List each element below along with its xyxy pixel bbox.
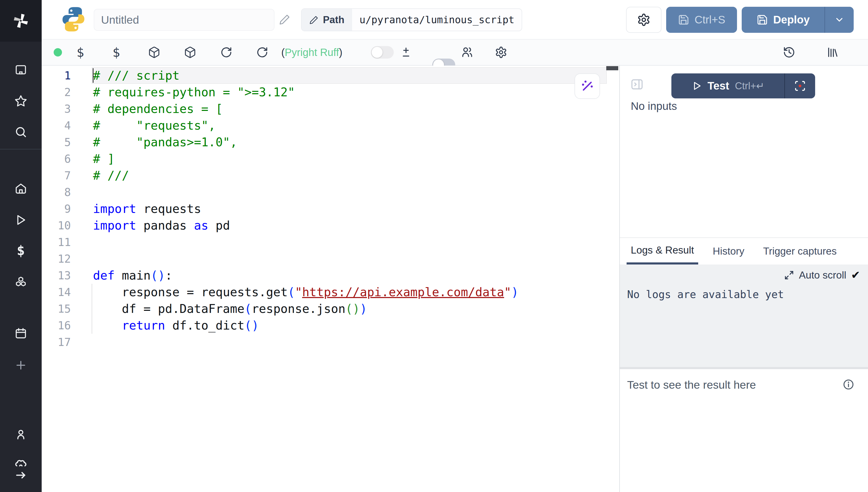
auto-scroll-label: Auto scroll	[799, 269, 846, 281]
script-title-input[interactable]: Untitled	[94, 9, 274, 31]
line-number[interactable]: 1	[42, 69, 71, 82]
code-line[interactable]: 10import pandas as pd	[42, 217, 619, 234]
code-line-content: # "requests",	[92, 117, 607, 134]
path-field[interactable]: Path u/pyranota/luminous_script	[301, 8, 522, 31]
line-number[interactable]: 17	[42, 336, 71, 349]
history-button[interactable]	[783, 46, 795, 58]
save-draft-button[interactable]: Ctrl+S	[666, 7, 737, 33]
code-line[interactable]: 9import requests	[42, 200, 619, 217]
script-settings-button[interactable]	[626, 7, 661, 33]
code-line[interactable]: 11	[42, 234, 619, 250]
edit-title-button[interactable]	[279, 14, 291, 25]
tab-history[interactable]: History	[708, 238, 748, 265]
capture-run-button[interactable]	[785, 80, 815, 92]
result-area: Test to see the result here	[620, 369, 868, 492]
editor-scrollbar-thumb[interactable]	[606, 66, 618, 70]
library-button[interactable]	[826, 46, 839, 58]
sidebar-item-workspace[interactable]	[14, 64, 27, 76]
workspace-building-icon	[14, 64, 27, 76]
line-number[interactable]: 9	[42, 202, 71, 215]
tab-logs-result[interactable]: Logs & Result	[627, 238, 698, 265]
sidebar-item-home[interactable]	[14, 182, 27, 195]
code-line-content: return df.to_dict()	[92, 317, 607, 334]
auto-scroll-control[interactable]: Auto scroll ✔	[784, 269, 860, 281]
code-editor[interactable]: 1# /// script2# requires-python = ">=3.1…	[42, 66, 619, 492]
variables-picker-button[interactable]: $	[77, 45, 84, 59]
panel-right-icon	[630, 78, 644, 91]
code-line[interactable]: 3# dependencies = [	[42, 100, 619, 117]
package-lock-button[interactable]	[184, 46, 196, 58]
line-number[interactable]: 6	[42, 152, 71, 165]
sidebar-item-resources[interactable]	[14, 275, 28, 289]
line-number[interactable]: 4	[42, 119, 71, 132]
dollar-icon: $	[17, 243, 25, 258]
test-button[interactable]: Test Ctrl+↵	[671, 80, 785, 92]
sidebar-item-variables[interactable]: $	[17, 243, 25, 258]
ai-assist-button[interactable]	[575, 73, 600, 99]
line-number[interactable]: 8	[42, 186, 71, 199]
sidebar-item-user[interactable]	[14, 428, 27, 441]
reload-lsp-button[interactable]	[256, 46, 268, 58]
expand-icon	[784, 270, 794, 280]
line-number[interactable]: 2	[42, 86, 71, 99]
deploy-label: Deploy	[773, 14, 810, 26]
deploy-button[interactable]: Deploy	[742, 7, 824, 33]
app-logo[interactable]	[0, 0, 42, 42]
code-line[interactable]: 17	[42, 334, 619, 350]
ai-brain-arrow-icon	[14, 459, 28, 485]
line-number[interactable]: 15	[42, 302, 71, 315]
users-icon	[461, 46, 474, 58]
code-line[interactable]: 7# ///	[42, 167, 619, 184]
code-line[interactable]: 12	[42, 250, 619, 267]
refresh-icon	[220, 46, 232, 58]
sidebar-item-runs[interactable]	[14, 214, 27, 226]
line-number[interactable]: 13	[42, 269, 71, 282]
code-line-content: # "pandas>=1.0",	[92, 134, 607, 150]
code-line[interactable]: 8	[42, 184, 619, 200]
editor-settings-button[interactable]	[495, 46, 507, 58]
plus-minus-icon	[400, 46, 412, 58]
history-icon	[783, 46, 795, 58]
collapse-panel-button[interactable]	[630, 78, 644, 91]
reload-button[interactable]	[220, 46, 232, 58]
line-number[interactable]: 12	[42, 252, 71, 265]
checkmark-icon: ✔	[851, 269, 860, 281]
result-placeholder: Test to see the result here	[627, 378, 756, 391]
line-number[interactable]: 7	[42, 169, 71, 182]
assistants-names: Pyright Ruff	[285, 47, 339, 58]
code-line[interactable]: 16 return df.to_dict()	[42, 317, 619, 334]
sidebar-item-create[interactable]	[14, 359, 27, 372]
library-icon	[826, 46, 839, 58]
sidebar-item-search[interactable]	[14, 125, 27, 139]
tab-trigger-captures[interactable]: Trigger captures	[759, 238, 841, 265]
diff-mode-toggle[interactable]	[371, 46, 394, 58]
code-line[interactable]: 2# requires-python = ">=3.12"	[42, 84, 619, 100]
play-icon	[692, 81, 702, 91]
sidebar-item-favorites[interactable]	[14, 94, 28, 108]
code-line[interactable]: 5# "pandas>=1.0",	[42, 134, 619, 150]
code-line[interactable]: 1# /// script	[42, 67, 619, 84]
line-number[interactable]: 10	[42, 219, 71, 232]
code-line[interactable]: 15 df = pd.DataFrame(response.json())	[42, 300, 619, 317]
line-number[interactable]: 5	[42, 136, 71, 149]
multiplayer-users-icon	[461, 46, 474, 58]
logs-result-divider[interactable]	[620, 367, 868, 369]
line-number[interactable]: 14	[42, 286, 71, 299]
package-explore-button[interactable]	[148, 46, 161, 58]
result-info-button[interactable]	[842, 378, 854, 391]
code-line[interactable]: 4# "requests",	[42, 117, 619, 134]
resources-picker-button[interactable]: $	[113, 45, 120, 59]
deploy-options-button[interactable]	[825, 7, 854, 33]
sidebar-item-schedules[interactable]	[14, 327, 27, 340]
editor-toolbar: $ $ (Pyright Ruff)	[42, 40, 868, 66]
code-line[interactable]: 14 response = requests.get("https://api.…	[42, 284, 619, 300]
path-value[interactable]: u/pyranota/luminous_script	[352, 9, 522, 31]
line-number[interactable]: 11	[42, 236, 71, 249]
code-line[interactable]: 6# ]	[42, 150, 619, 167]
line-number[interactable]: 16	[42, 319, 71, 332]
path-chip[interactable]: Path	[302, 9, 352, 31]
sidebar-item-expand[interactable]	[14, 459, 28, 485]
code-line[interactable]: 13def main():	[42, 267, 619, 284]
line-number[interactable]: 3	[42, 103, 71, 115]
pencil-icon	[279, 14, 291, 25]
